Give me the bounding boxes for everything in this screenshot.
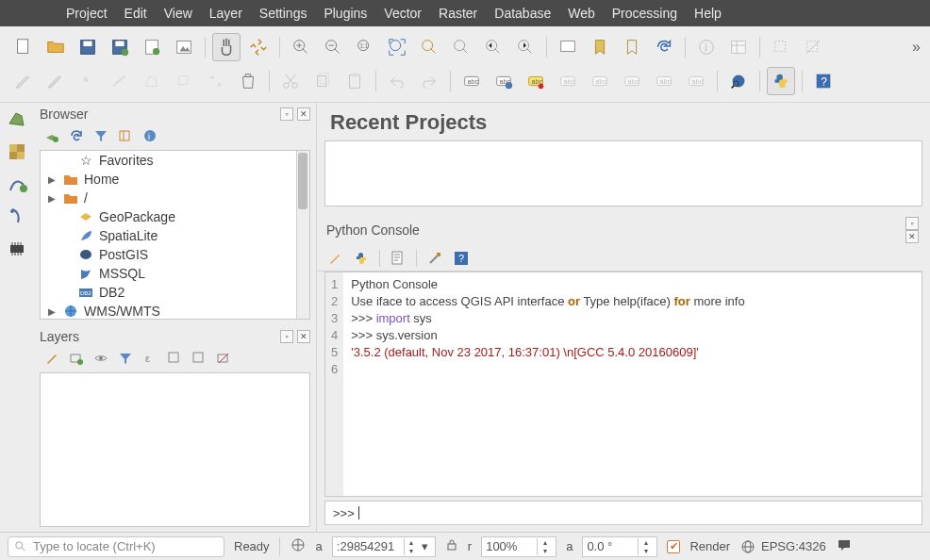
show-bookmarks-button[interactable] [618,33,646,61]
browser-undock-icon[interactable]: ▫ [280,107,293,121]
metasearch-button[interactable] [724,67,753,95]
zoom-in-button[interactable] [287,33,315,61]
new-bookmark-button[interactable] [586,33,614,61]
run-command-icon[interactable] [353,250,370,267]
redo-button[interactable] [415,67,443,95]
zoom-full-button[interactable] [383,33,411,61]
label-pin-c-button[interactable]: abc [618,67,646,95]
toggle-editing-button[interactable] [9,67,38,95]
browser-scrollbar[interactable] [296,151,309,319]
new-shapefile-icon[interactable] [4,171,30,197]
messages-icon[interactable] [836,536,853,556]
tree-item-mssql[interactable]: MSSQL [41,264,309,283]
layers-undock-icon[interactable]: ▫ [280,330,293,343]
menu-edit[interactable]: Edit [125,6,147,21]
visibility-icon[interactable] [92,350,109,367]
tree-item-db2[interactable]: DB2DB2 [41,283,309,302]
tree-item-home[interactable]: ▶Home [41,170,309,189]
properties-icon[interactable]: i [141,127,158,144]
menu-vector[interactable]: Vector [384,6,422,21]
refresh-button[interactable] [650,33,678,61]
add-point-button[interactable] [74,67,102,95]
save-edits-button[interactable] [42,67,70,95]
collapse-all-icon[interactable] [191,350,208,367]
save-button[interactable] [74,33,102,61]
python-console-input[interactable]: >>> [324,501,922,525]
menu-web[interactable]: Web [568,6,595,21]
new-map-view-button[interactable] [554,33,582,61]
render-checkbox[interactable]: ✔ [667,540,680,553]
layer-style-icon[interactable] [43,350,60,367]
remove-layer-icon[interactable] [215,350,232,367]
menu-help[interactable]: Help [694,6,722,21]
layers-filter-icon[interactable] [117,350,134,367]
layout-manager-button[interactable] [170,33,198,61]
coords-icon[interactable] [290,536,307,556]
select-button[interactable] [767,33,795,61]
layers-close-icon[interactable]: ✕ [297,330,310,343]
save-as-button[interactable] [106,33,134,61]
crs-button[interactable]: EPSG:4326 [739,538,826,555]
menu-processing[interactable]: Processing [612,6,677,21]
zoom-out-button[interactable] [319,33,347,61]
identify-button[interactable]: i [692,33,721,61]
python-close-icon[interactable]: ✕ [905,230,919,243]
deselect-button[interactable] [799,33,827,61]
label-pin-a-button[interactable]: abc [554,67,582,95]
tree-item-postgis[interactable]: PostGIS [41,245,309,264]
add-layer-icon[interactable] [43,127,60,144]
attribute-table-button[interactable] [724,33,753,61]
recent-projects-list[interactable] [324,140,922,206]
browser-tree[interactable]: ☆Favorites ▶Home ▶/ GeoPackage SpatiaLit… [40,150,310,320]
add-group-icon[interactable] [68,350,85,367]
zoom-next-button[interactable] [511,33,540,61]
layers-tree[interactable] [40,372,310,527]
menu-database[interactable]: Database [494,6,551,21]
add-line-button[interactable] [106,67,134,95]
cut-button[interactable] [276,67,305,95]
menu-raster[interactable]: Raster [439,6,477,21]
pan-to-selection-button[interactable] [244,33,273,61]
paste-button[interactable] [340,67,369,95]
menu-layer[interactable]: Layer [209,6,242,21]
tree-item-favorites[interactable]: ☆Favorites [41,151,309,170]
menu-project[interactable]: Project [66,6,108,21]
zoom-last-button[interactable] [479,33,507,61]
tree-item-root[interactable]: ▶/ [41,189,309,207]
label-pin-e-button[interactable]: abc [682,67,710,95]
expand-all-icon[interactable] [166,350,183,367]
browser-close-icon[interactable]: ✕ [297,107,310,121]
zoom-native-button[interactable]: 1:1 [351,33,379,61]
new-geopackage-icon[interactable] [4,203,30,229]
tree-item-wms[interactable]: ▶WMS/WMTS [41,302,309,320]
console-settings-icon[interactable] [426,250,443,267]
raster-layer-icon[interactable] [4,139,30,165]
scale-field[interactable]: :29854291▴▾▾ [332,536,436,557]
label-pin-d-button[interactable]: abc [650,67,678,95]
expression-filter-icon[interactable]: ε [141,350,158,367]
undo-button[interactable] [383,67,411,95]
magnifier-field[interactable]: 100%▴▾ [481,536,556,557]
rotation-field[interactable]: 0.0 °▴▾ [582,536,657,557]
tree-item-geopackage[interactable]: GeoPackage [41,207,309,226]
move-feature-button[interactable] [170,67,198,95]
show-editor-icon[interactable] [390,250,407,267]
zoom-layer-button[interactable] [447,33,475,61]
toolbar-overflow-icon[interactable]: » [912,39,921,56]
console-help-icon[interactable]: ? [453,250,470,267]
menu-view[interactable]: View [164,6,192,21]
vector-layer-icon[interactable] [4,107,30,133]
label-highlight-button[interactable]: abc [522,67,550,95]
label-pin-b-button[interactable]: abc [586,67,614,95]
memory-layer-icon[interactable] [4,235,30,261]
python-undock-icon[interactable]: ▫ [905,217,919,230]
tree-item-spatialite[interactable]: SpatiaLite [41,226,309,245]
copy-button[interactable] [308,67,337,95]
filter-icon[interactable] [92,127,109,144]
help-button[interactable]: ? [809,67,838,95]
clear-console-icon[interactable] [326,250,343,267]
lock-icon[interactable] [445,538,458,554]
node-tool-button[interactable] [202,67,230,95]
python-console-button[interactable] [767,67,795,95]
open-project-button[interactable] [42,33,70,61]
